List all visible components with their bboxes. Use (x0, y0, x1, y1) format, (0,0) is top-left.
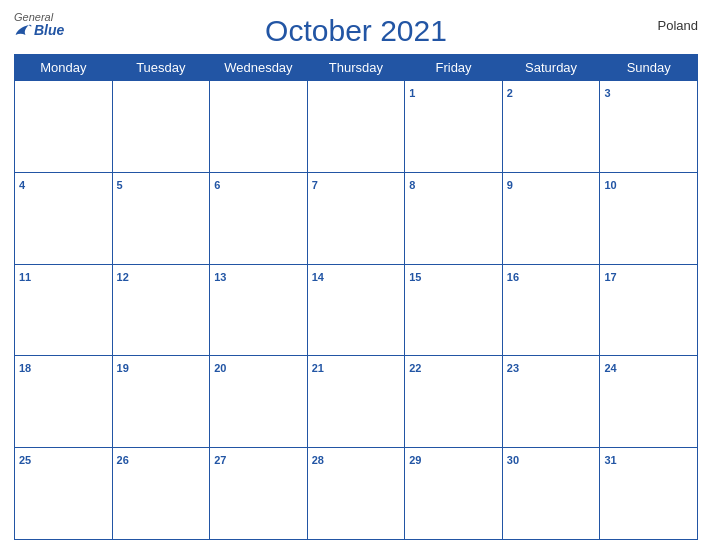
calendar-week-row: 25262728293031 (15, 448, 698, 540)
calendar-cell: 2 (502, 81, 600, 173)
calendar-cell: 14 (307, 264, 405, 356)
day-number: 18 (19, 362, 31, 374)
day-number: 9 (507, 179, 513, 191)
calendar-cell: 30 (502, 448, 600, 540)
calendar-header: General Blue October 2021 Poland (14, 10, 698, 48)
day-number: 11 (19, 271, 31, 283)
day-number: 31 (604, 454, 616, 466)
calendar-cell: 10 (600, 172, 698, 264)
calendar-cell (210, 81, 308, 173)
calendar-cell: 11 (15, 264, 113, 356)
day-number: 10 (604, 179, 616, 191)
calendar-cell: 20 (210, 356, 308, 448)
day-number: 2 (507, 87, 513, 99)
calendar-cell: 28 (307, 448, 405, 540)
calendar-cell: 16 (502, 264, 600, 356)
calendar-week-row: 11121314151617 (15, 264, 698, 356)
calendar-cell: 5 (112, 172, 210, 264)
day-number: 13 (214, 271, 226, 283)
calendar-cell: 26 (112, 448, 210, 540)
day-number: 20 (214, 362, 226, 374)
day-number: 28 (312, 454, 324, 466)
day-number: 1 (409, 87, 415, 99)
calendar-cell: 22 (405, 356, 503, 448)
calendar-cell: 13 (210, 264, 308, 356)
day-number: 24 (604, 362, 616, 374)
calendar-cell: 21 (307, 356, 405, 448)
day-number: 22 (409, 362, 421, 374)
day-number: 14 (312, 271, 324, 283)
col-saturday: Saturday (502, 55, 600, 81)
day-number: 5 (117, 179, 123, 191)
day-number: 25 (19, 454, 31, 466)
calendar-page: General Blue October 2021 Poland Monday … (0, 0, 712, 550)
day-number: 30 (507, 454, 519, 466)
day-number: 15 (409, 271, 421, 283)
calendar-week-row: 18192021222324 (15, 356, 698, 448)
day-number: 12 (117, 271, 129, 283)
calendar-cell (15, 81, 113, 173)
day-number: 7 (312, 179, 318, 191)
day-number: 19 (117, 362, 129, 374)
month-title: October 2021 (265, 14, 447, 48)
col-friday: Friday (405, 55, 503, 81)
day-number: 27 (214, 454, 226, 466)
weekday-header-row: Monday Tuesday Wednesday Thursday Friday… (15, 55, 698, 81)
day-number: 4 (19, 179, 25, 191)
col-tuesday: Tuesday (112, 55, 210, 81)
calendar-cell: 19 (112, 356, 210, 448)
calendar-week-row: 45678910 (15, 172, 698, 264)
day-number: 8 (409, 179, 415, 191)
day-number: 16 (507, 271, 519, 283)
logo-blue-text: Blue (14, 23, 64, 37)
day-number: 3 (604, 87, 610, 99)
calendar-cell: 27 (210, 448, 308, 540)
calendar-cell: 25 (15, 448, 113, 540)
day-number: 23 (507, 362, 519, 374)
col-sunday: Sunday (600, 55, 698, 81)
calendar-week-row: 123 (15, 81, 698, 173)
day-number: 21 (312, 362, 324, 374)
col-monday: Monday (15, 55, 113, 81)
calendar-cell: 8 (405, 172, 503, 264)
calendar-cell: 6 (210, 172, 308, 264)
day-number: 6 (214, 179, 220, 191)
calendar-cell: 17 (600, 264, 698, 356)
calendar-cell: 1 (405, 81, 503, 173)
day-number: 17 (604, 271, 616, 283)
country-label: Poland (658, 18, 698, 33)
col-thursday: Thursday (307, 55, 405, 81)
calendar-cell: 3 (600, 81, 698, 173)
calendar-table: Monday Tuesday Wednesday Thursday Friday… (14, 54, 698, 540)
logo: General Blue (14, 12, 64, 37)
day-number: 29 (409, 454, 421, 466)
calendar-cell: 24 (600, 356, 698, 448)
col-wednesday: Wednesday (210, 55, 308, 81)
calendar-cell: 15 (405, 264, 503, 356)
calendar-cell: 29 (405, 448, 503, 540)
calendar-cell (307, 81, 405, 173)
calendar-cell (112, 81, 210, 173)
calendar-cell: 18 (15, 356, 113, 448)
calendar-cell: 4 (15, 172, 113, 264)
day-number: 26 (117, 454, 129, 466)
calendar-cell: 9 (502, 172, 600, 264)
calendar-cell: 31 (600, 448, 698, 540)
logo-bird-icon (14, 23, 32, 37)
calendar-cell: 7 (307, 172, 405, 264)
calendar-cell: 12 (112, 264, 210, 356)
calendar-cell: 23 (502, 356, 600, 448)
